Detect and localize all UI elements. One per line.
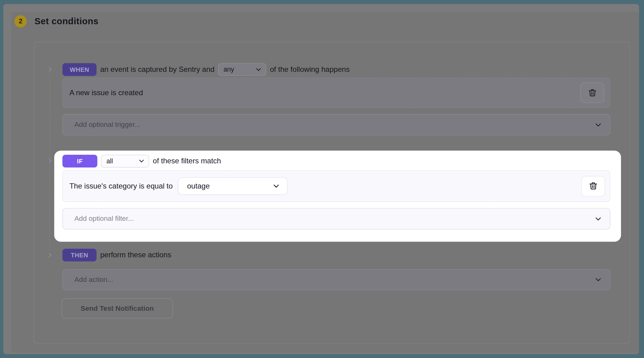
if-header-row: IF all of these filters match: [62, 155, 221, 167]
delete-filter-button[interactable]: [581, 176, 605, 197]
if-match-select[interactable]: all: [101, 155, 149, 167]
chevron-down-icon: [595, 215, 602, 222]
when-header-row: WHEN an event is captured by Sentry and …: [62, 63, 350, 76]
add-action[interactable]: Add action...: [62, 269, 610, 290]
filter-condition-row: The issue's category is equal to outage: [62, 170, 610, 202]
chevron-down-icon: [595, 121, 602, 128]
if-badge: IF: [62, 155, 97, 167]
alert-rule-builder: 2 Set conditions WHEN an event is captur…: [0, 0, 644, 358]
chevron-down-icon: [273, 183, 280, 190]
trash-icon: [587, 88, 597, 98]
then-badge: THEN: [62, 249, 96, 261]
collapse-caret-if-icon[interactable]: [47, 158, 53, 164]
if-text-after: of these filters match: [153, 157, 221, 165]
trigger-condition-row: A new issue is created: [62, 78, 610, 108]
add-optional-trigger-label: Add optional trigger...: [74, 121, 140, 129]
trigger-condition-label: A new issue is created: [69, 88, 143, 97]
delete-trigger-button[interactable]: [580, 83, 604, 103]
when-badge: WHEN: [62, 63, 96, 76]
when-text-before: an event is captured by Sentry and: [100, 65, 214, 74]
chevron-down-icon: [595, 276, 602, 283]
add-action-label: Add action...: [74, 276, 113, 284]
when-match-select[interactable]: any: [218, 63, 266, 76]
step-number-badge: 2: [14, 15, 27, 27]
chevron-down-icon: [138, 158, 144, 164]
then-text-after: perform these actions: [100, 251, 171, 259]
add-optional-filter[interactable]: Add optional filter...: [62, 208, 610, 230]
filter-value-select[interactable]: outage: [178, 177, 287, 195]
when-match-value: any: [223, 66, 234, 73]
then-header-row: THEN perform these actions: [62, 249, 171, 261]
add-optional-trigger[interactable]: Add optional trigger...: [62, 114, 610, 136]
filter-value: outage: [187, 182, 210, 190]
filter-condition-label: The issue's category is equal to: [69, 182, 173, 190]
chevron-down-icon: [256, 66, 262, 72]
add-optional-filter-label: Add optional filter...: [74, 215, 134, 223]
collapse-caret-when-icon[interactable]: [47, 66, 53, 72]
when-text-after: of the following happens: [270, 65, 350, 74]
page-title: Set conditions: [34, 16, 98, 27]
if-match-value: all: [106, 158, 113, 165]
collapse-caret-then-icon[interactable]: [47, 252, 53, 258]
trash-icon: [588, 181, 598, 191]
send-test-notification-button[interactable]: Send Test Notification: [62, 298, 173, 319]
